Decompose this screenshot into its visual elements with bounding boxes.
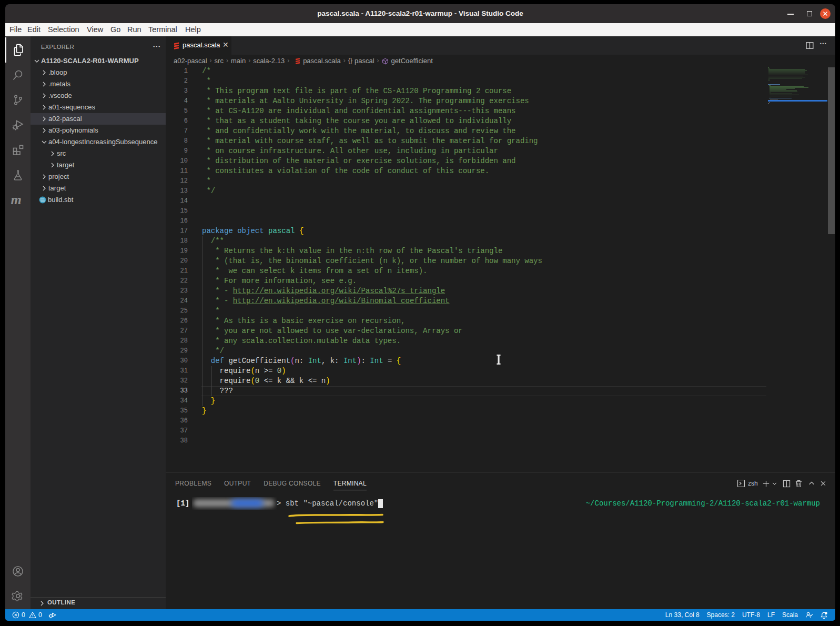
- svg-text:m: m: [11, 194, 21, 206]
